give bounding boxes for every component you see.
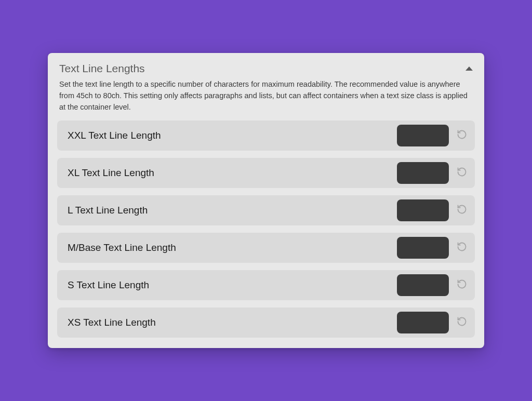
setting-row-xs: XS Text Line Length	[57, 308, 475, 338]
setting-row-xxl: XXL Text Line Length	[57, 121, 475, 151]
reset-button-l[interactable]	[456, 205, 468, 216]
setting-row-m: M/Base Text Line Length	[57, 233, 475, 263]
value-input-xl[interactable]	[397, 162, 449, 184]
setting-label: XL Text Line Length	[68, 167, 154, 179]
reset-button-xxl[interactable]	[456, 130, 468, 141]
panel-title: Text Line Lengths	[59, 62, 145, 75]
setting-controls	[397, 199, 468, 221]
setting-controls	[397, 125, 468, 146]
panel-description: Set the text line length to a specific n…	[57, 79, 475, 120]
value-input-xxl[interactable]	[397, 125, 449, 146]
value-input-xs[interactable]	[397, 312, 449, 333]
collapse-icon[interactable]	[466, 66, 473, 71]
setting-label: L Text Line Length	[68, 205, 148, 216]
setting-label: XS Text Line Length	[68, 317, 156, 328]
setting-label: M/Base Text Line Length	[68, 242, 176, 253]
reset-button-s[interactable]	[456, 279, 468, 291]
setting-controls	[397, 237, 468, 259]
undo-icon	[457, 279, 467, 291]
reset-button-xs[interactable]	[456, 317, 468, 328]
setting-row-s: S Text Line Length	[57, 270, 475, 300]
setting-label: XXL Text Line Length	[68, 130, 161, 141]
setting-controls	[397, 162, 468, 184]
setting-label: S Text Line Length	[68, 279, 149, 291]
undo-icon	[457, 167, 467, 179]
value-input-l[interactable]	[397, 199, 449, 221]
setting-row-xl: XL Text Line Length	[57, 158, 475, 188]
undo-icon	[457, 316, 467, 328]
undo-icon	[457, 242, 467, 253]
panel-header: Text Line Lengths	[57, 62, 475, 79]
settings-panel: Text Line Lengths Set the text line leng…	[48, 53, 484, 347]
reset-button-xl[interactable]	[456, 167, 468, 179]
setting-controls	[397, 274, 468, 296]
reset-button-m[interactable]	[456, 242, 468, 253]
value-input-m[interactable]	[397, 237, 449, 259]
value-input-s[interactable]	[397, 274, 449, 296]
setting-row-l: L Text Line Length	[57, 195, 475, 225]
undo-icon	[457, 129, 467, 141]
setting-controls	[397, 312, 468, 333]
undo-icon	[457, 204, 467, 216]
